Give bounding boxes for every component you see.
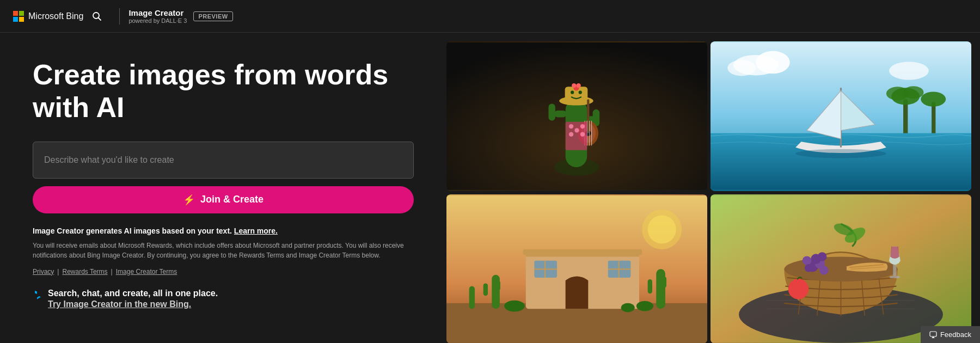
brand-title: Image Creator (128, 8, 187, 17)
svg-point-66 (648, 215, 676, 243)
svg-rect-89 (930, 332, 936, 336)
svg-point-11 (571, 91, 574, 94)
svg-point-29 (580, 132, 585, 137)
terms-links: Privacy | Rewards Terms | Image Creator … (33, 268, 414, 275)
svg-rect-58 (656, 269, 665, 309)
svg-rect-59 (648, 279, 652, 293)
svg-rect-54 (523, 249, 642, 255)
svg-point-80 (803, 256, 812, 265)
svg-rect-84 (893, 265, 896, 276)
svg-point-63 (636, 301, 653, 311)
promo-bold: Search, chat, and create, all in one pla… (48, 289, 218, 298)
prompt-input[interactable] (33, 142, 414, 179)
create-button-label: Join & Create (200, 194, 264, 205)
svg-rect-53 (608, 268, 631, 270)
svg-point-25 (569, 124, 573, 128)
svg-point-32 (756, 51, 789, 74)
svg-point-86 (788, 279, 808, 299)
left-panel: Create images from words with AI ⚡ Join … (0, 33, 446, 343)
svg-rect-85 (890, 276, 900, 278)
cactus-scene-svg (446, 41, 707, 191)
boost-icon: ⚡ (183, 194, 195, 206)
svg-rect-6 (548, 103, 555, 120)
info-bold-text: Image Creator generates AI images based … (33, 226, 414, 235)
main-content: Create images from words with AI ⚡ Join … (0, 33, 980, 343)
search-icon (92, 11, 102, 21)
svg-rect-5 (554, 111, 567, 117)
bing-promo: Search, chat, and create, all in one pla… (33, 289, 414, 309)
svg-point-62 (504, 300, 524, 311)
ms-bing-label: Microsoft Bing (28, 11, 83, 21)
boat-scene-svg (710, 41, 971, 191)
svg-rect-55 (492, 275, 500, 309)
svg-rect-56 (483, 283, 488, 296)
privacy-link[interactable]: Privacy (33, 268, 54, 275)
learn-more-link[interactable]: Learn more. (234, 226, 278, 235)
svg-point-40 (921, 92, 946, 107)
desert-scene-svg (446, 194, 707, 343)
feedback-button[interactable]: Feedback (921, 326, 980, 343)
svg-rect-60 (662, 277, 666, 288)
svg-point-27 (580, 124, 585, 128)
feedback-label: Feedback (940, 330, 971, 339)
svg-point-83 (805, 264, 813, 272)
preview-badge: PREVIEW (193, 11, 232, 21)
svg-line-1 (99, 17, 101, 20)
search-button[interactable] (92, 11, 102, 21)
svg-rect-16 (587, 99, 589, 133)
svg-point-12 (579, 91, 582, 94)
promo-link[interactable]: Try Image Creator in the new Bing. (48, 299, 218, 309)
info-small-text: You will receive emails about Microsoft … (33, 241, 414, 260)
header: Microsoft Bing Image Creator powered by … (0, 0, 980, 33)
svg-rect-51 (534, 268, 557, 270)
svg-point-38 (903, 86, 923, 99)
svg-point-23 (576, 83, 580, 88)
brand-block: Image Creator powered by DALL·E 3 (128, 8, 187, 24)
svg-point-82 (819, 266, 829, 275)
svg-point-34 (889, 62, 929, 79)
feedback-icon (929, 331, 937, 339)
separator-2: | (111, 268, 113, 275)
image-basket (710, 194, 971, 343)
svg-rect-45 (446, 303, 707, 343)
bing-icon (33, 290, 44, 301)
create-button[interactable]: ⚡ Join & Create (33, 186, 414, 213)
brand-subtitle: powered by DALL·E 3 (128, 17, 187, 24)
svg-rect-57 (496, 280, 500, 291)
svg-point-26 (574, 128, 579, 132)
rewards-terms-link[interactable]: Rewards Terms (62, 268, 107, 275)
svg-point-22 (572, 83, 576, 88)
image-grid (446, 33, 980, 343)
svg-point-43 (795, 149, 886, 158)
image-sailboat (710, 41, 971, 191)
svg-point-28 (569, 132, 573, 137)
promo-text-block: Search, chat, and create, all in one pla… (48, 289, 218, 309)
svg-point-33 (727, 60, 756, 76)
separator-1: | (57, 268, 59, 275)
image-cactus (446, 41, 707, 191)
image-desert (446, 194, 707, 343)
basket-scene-svg (710, 194, 971, 343)
header-divider (119, 8, 120, 24)
ms-bing-logo[interactable]: Microsoft Bing (13, 11, 83, 22)
svg-point-64 (621, 303, 635, 313)
ms-logo-grid (13, 11, 24, 22)
hero-title: Create images from words with AI (33, 59, 414, 124)
svg-rect-61 (469, 286, 475, 309)
image-creator-terms-link[interactable]: Image Creator Terms (116, 268, 177, 275)
svg-point-81 (818, 252, 827, 261)
